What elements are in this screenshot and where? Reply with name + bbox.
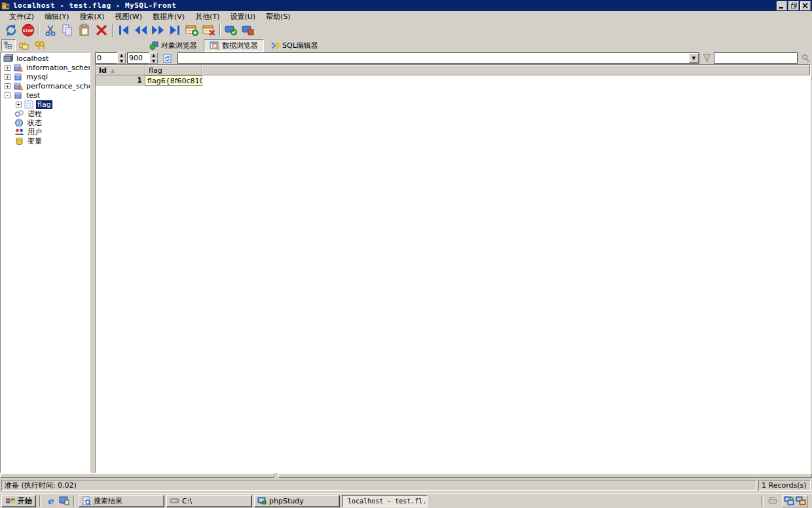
table-row[interactable]: 1 flag6{8f60c8102d	[96, 75, 810, 86]
expander-icon[interactable]: +	[5, 83, 10, 89]
offset-input[interactable]	[95, 52, 117, 64]
search-button[interactable]	[799, 52, 811, 64]
task-c-drive[interactable]: C:\	[166, 495, 252, 507]
post-changes-button[interactable]	[223, 22, 240, 38]
task-search-results[interactable]: 搜索结果	[79, 495, 164, 507]
insert-record-button[interactable]	[183, 22, 200, 38]
spin-down-icon[interactable]: ▼	[117, 58, 126, 64]
reload-limit-button[interactable]	[160, 52, 175, 64]
refresh-button[interactable]	[3, 22, 20, 38]
quicklaunch-desktop[interactable]	[58, 495, 70, 507]
cell-id[interactable]: 1	[96, 75, 145, 86]
close-button[interactable]	[800, 1, 811, 10]
grid-header: Id ▲ flag	[96, 65, 810, 75]
tree-item-users[interactable]: 用户	[1, 127, 90, 136]
tree-item-information-schema[interactable]: + information_schema	[1, 63, 90, 72]
task-phpstudy[interactable]: phpStudy	[254, 495, 340, 507]
menu-edit[interactable]: 编辑(Y)	[39, 11, 74, 22]
tray-network-icon[interactable]	[784, 496, 794, 506]
limit-input[interactable]	[127, 52, 149, 64]
database-icon	[13, 73, 23, 81]
menu-file[interactable]: 文件(Z)	[4, 11, 39, 22]
pane-splitter[interactable]	[90, 52, 95, 473]
tree-label: 状态	[26, 118, 43, 128]
data-grid: Id ▲ flag 1 flag6{8f60c8102d	[95, 64, 811, 473]
tab-sql-editor[interactable]: SQL编辑器	[265, 39, 323, 52]
tree-item-mysql[interactable]: + mysql	[1, 72, 90, 81]
database-icon	[13, 82, 23, 90]
tree-item-performance-schema[interactable]: + performance_schema	[1, 81, 90, 90]
folders-button[interactable]	[17, 39, 31, 51]
expander-icon[interactable]: -	[5, 92, 10, 98]
sort-asc-icon: ▲	[111, 68, 115, 73]
taskbar-separator	[762, 496, 764, 507]
prev-records-button[interactable]	[132, 22, 149, 38]
expander-icon[interactable]: +	[5, 65, 10, 71]
cut-button[interactable]	[42, 22, 59, 38]
app-icon	[1, 1, 10, 10]
delete-record-button[interactable]	[200, 22, 217, 38]
quicklaunch-ie[interactable]: e	[45, 495, 56, 507]
processes-icon	[14, 109, 24, 118]
delete-icon	[95, 24, 108, 37]
cell-flag[interactable]: flag6{8f60c8102d	[145, 75, 202, 86]
last-record-button[interactable]	[166, 22, 183, 38]
tab-object-browser[interactable]: 对象浏览器	[144, 39, 202, 52]
database-icon	[13, 64, 23, 72]
taskbar-separator	[39, 496, 41, 507]
tree-item-localhost[interactable]: localhost	[1, 54, 90, 63]
menu-search[interactable]: 搜索(X)	[74, 11, 109, 22]
filter-funnel-button[interactable]	[701, 52, 712, 64]
spin-up-icon[interactable]: ▲	[149, 52, 158, 58]
menu-settings[interactable]: 设置(U)	[225, 11, 261, 22]
tab-data-browser[interactable]: 数据浏览器	[204, 39, 264, 52]
restore-button[interactable]	[788, 1, 799, 10]
next-records-button[interactable]	[149, 22, 166, 38]
variables-icon	[14, 137, 24, 146]
ie-icon: e	[48, 496, 54, 506]
tree-item-status[interactable]: 状态	[1, 118, 90, 127]
refresh-icon	[5, 24, 18, 37]
tray-device-icon[interactable]	[767, 496, 779, 505]
filter-combobox[interactable]: ▼	[177, 52, 699, 64]
paste-button[interactable]	[76, 22, 93, 38]
search-input[interactable]	[714, 52, 798, 64]
table-icon	[24, 100, 34, 109]
menu-extras[interactable]: 其他(T)	[190, 11, 225, 22]
menu-view[interactable]: 视图(W)	[110, 11, 147, 22]
column-header-flag[interactable]: flag	[145, 65, 202, 75]
tree-item-variables[interactable]: 变量	[1, 136, 90, 146]
column-header-id[interactable]: Id ▲	[96, 65, 145, 75]
tree-item-test[interactable]: - test	[1, 90, 90, 100]
tree-item-flag[interactable]: + flag	[1, 100, 90, 109]
task-mysql-front[interactable]: localhost - test.fl...	[342, 495, 428, 507]
delete-button[interactable]	[93, 22, 110, 38]
cancel-changes-button[interactable]	[240, 22, 257, 38]
keys-button[interactable]	[33, 39, 47, 51]
spin-down-icon[interactable]: ▼	[149, 58, 158, 64]
reload-page-icon	[163, 54, 173, 63]
stop-button[interactable]: STOP	[20, 22, 37, 38]
tree-label: performance_schema	[25, 82, 90, 90]
view-toolbar: 对象浏览器 数据浏览器 SQL编辑器	[0, 39, 812, 52]
search-icon	[801, 54, 809, 62]
next-records-icon	[151, 24, 165, 37]
limit-spin-buttons[interactable]: ▲▼	[149, 52, 158, 64]
expander-icon[interactable]: +	[5, 74, 10, 80]
first-record-button[interactable]	[115, 22, 132, 38]
tree-toggle-button[interactable]	[1, 39, 16, 51]
tab-label: 数据浏览器	[222, 41, 258, 50]
spin-up-icon[interactable]: ▲	[117, 52, 126, 58]
expander-icon[interactable]: +	[16, 102, 22, 107]
task-label: localhost - test.fl...	[348, 498, 428, 505]
start-button[interactable]: 开始	[1, 495, 36, 507]
minimize-button[interactable]	[777, 1, 787, 10]
tree-item-processes[interactable]: 进程	[1, 109, 90, 118]
menu-help[interactable]: 帮助(S)	[261, 11, 296, 22]
tray-server-icon[interactable]	[796, 496, 806, 506]
menu-database[interactable]: 数据库(V)	[147, 11, 190, 22]
offset-spin-buttons[interactable]: ▲▼	[117, 52, 126, 64]
copy-button[interactable]	[59, 22, 76, 38]
funnel-icon	[703, 54, 711, 62]
combo-dropdown-icon[interactable]: ▼	[689, 53, 699, 63]
